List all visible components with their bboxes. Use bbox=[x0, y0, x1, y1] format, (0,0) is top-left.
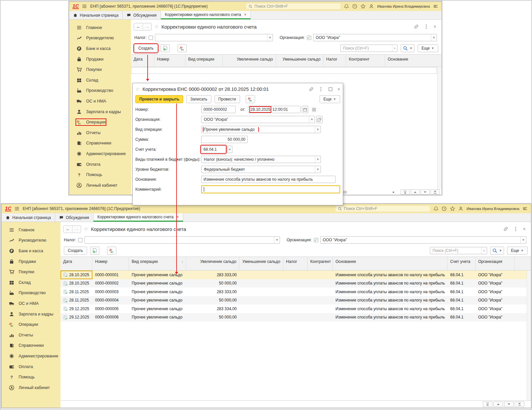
column-header-tax[interactable]: Налог bbox=[324, 55, 346, 67]
cell-decrease[interactable] bbox=[239, 313, 283, 322]
search-settings-button[interactable]: ▼ bbox=[401, 44, 415, 52]
cell-contractor[interactable] bbox=[308, 296, 333, 305]
cell-increase[interactable]: 50 000,00 bbox=[186, 279, 239, 288]
cell-date[interactable]: 29.12.2025 bbox=[61, 305, 92, 313]
sidebar-item-manager[interactable]: Руководителю bbox=[2, 235, 61, 246]
table-row[interactable]: 28.11.2025 0000-000004 Прочее увеличение… bbox=[61, 296, 531, 305]
table-row[interactable]: 29.12.2025 0000-000005 Прочее увеличение… bbox=[61, 305, 531, 313]
sidebar-item-reports[interactable]: Отчеты bbox=[69, 127, 131, 138]
cell-contractor[interactable] bbox=[308, 271, 333, 279]
favorite-star-icon[interactable]: ☆ bbox=[84, 226, 88, 232]
user-icon[interactable] bbox=[369, 4, 374, 9]
go-down-button[interactable] bbox=[421, 189, 430, 195]
favorite-star-icon[interactable]: ☆ bbox=[135, 86, 140, 92]
table-row[interactable]: 29.12.2025 0000-000006 Прочее увеличение… bbox=[61, 313, 531, 322]
notifications-icon[interactable] bbox=[433, 206, 439, 211]
sidebar-item-reports[interactable]: Отчеты bbox=[2, 330, 61, 340]
cell-decrease[interactable] bbox=[239, 279, 283, 288]
basis-field[interactable]: Изменение способа уплаты авансов по нало… bbox=[201, 176, 335, 183]
cell-optype[interactable]: Прочее увеличение сальдо bbox=[129, 305, 186, 313]
table-row[interactable]: 28.10.2025 0000-000001 Прочее увеличение… bbox=[61, 271, 531, 279]
vertical-scrollbar[interactable] bbox=[437, 67, 442, 189]
forward-button[interactable]: → bbox=[143, 23, 151, 30]
more-button[interactable]: Еще▼ bbox=[320, 95, 340, 103]
dtkt-button[interactable] bbox=[246, 95, 255, 103]
time-value[interactable]: 12:00:01 bbox=[272, 107, 288, 112]
kebab-menu-icon[interactable] bbox=[424, 24, 429, 29]
search-settings-button[interactable]: ▼ bbox=[490, 247, 504, 255]
forward-button[interactable]: → bbox=[72, 226, 81, 233]
column-header-date[interactable]: Дата bbox=[131, 55, 154, 67]
user-name[interactable]: Иванова Ирина Владимировна bbox=[377, 4, 430, 8]
cell-account[interactable]: 68.04.1 bbox=[448, 313, 475, 322]
sidebar-item-help[interactable]: Помощь bbox=[69, 169, 131, 180]
sidebar-item-help[interactable]: Помощь bbox=[2, 372, 61, 382]
go-top-button[interactable] bbox=[483, 401, 492, 407]
datetime-field[interactable]: 28.10.2025 12:00:01 bbox=[248, 106, 301, 113]
sidebar-item-production[interactable]: Производство bbox=[2, 288, 61, 299]
sidebar-item-manager[interactable]: Руководителю bbox=[69, 33, 131, 44]
cell-account[interactable]: 68.04.1 bbox=[448, 305, 475, 313]
sidebar-item-production[interactable]: Производство bbox=[69, 86, 131, 96]
cell-increase[interactable]: 283 334,00 bbox=[186, 305, 239, 313]
cell-date[interactable]: 28.11.2025 bbox=[61, 296, 92, 305]
sidebar-item-home[interactable]: Главное bbox=[69, 22, 131, 33]
close-icon[interactable]: × bbox=[523, 226, 526, 232]
tax-filter-checkbox[interactable] bbox=[149, 36, 153, 40]
sidebar-item-warehouse[interactable]: Склад bbox=[2, 277, 61, 288]
cell-contractor[interactable] bbox=[308, 288, 333, 296]
cell-increase[interactable]: 50 000,00 bbox=[186, 296, 239, 305]
sidebar-item-os-nma[interactable]: ОС и НМА bbox=[69, 96, 131, 106]
cell-optype[interactable]: Прочее увеличение сальдо bbox=[129, 313, 186, 322]
operation-type-field[interactable]: Прочее увеличение сальдо ▼ bbox=[201, 126, 321, 133]
cell-decrease[interactable] bbox=[239, 296, 283, 305]
back-button[interactable]: ← bbox=[64, 226, 72, 233]
cell-tax[interactable] bbox=[283, 313, 308, 322]
more-button[interactable]: Еще▼ bbox=[507, 247, 528, 255]
favorites-icon[interactable] bbox=[450, 206, 455, 211]
cell-organization[interactable]: ООО "Искра" bbox=[475, 305, 515, 313]
sidebar-item-os-nma[interactable]: ОС и НМА bbox=[2, 298, 61, 309]
cell-basis[interactable]: Изменение способа уплаты авансов по нало… bbox=[333, 279, 448, 288]
column-header-date[interactable]: Дата bbox=[61, 257, 92, 270]
cell-date[interactable]: 28.11.2025 bbox=[61, 288, 92, 296]
cell-increase[interactable]: 283 333,00 bbox=[186, 271, 239, 279]
cell-basis[interactable]: Изменение способа уплаты авансов по нало… bbox=[333, 305, 448, 313]
cell-number[interactable]: 0000-000004 bbox=[92, 296, 129, 305]
go-top-button[interactable] bbox=[401, 189, 410, 195]
global-search-input[interactable]: Поиск Ctrl+Shift+F bbox=[246, 3, 341, 10]
cell-organization[interactable]: ООО "Искра" bbox=[475, 313, 515, 322]
column-header-number[interactable]: Номер bbox=[154, 55, 186, 67]
cell-basis[interactable]: Изменение способа уплаты авансов по нало… bbox=[333, 296, 448, 305]
cell-account[interactable]: 68.04.1 bbox=[448, 288, 475, 296]
cell-increase[interactable]: 50 000,00 bbox=[186, 313, 239, 322]
cell-contractor[interactable] bbox=[308, 313, 333, 322]
sidebar-item-sales[interactable]: Продажи bbox=[2, 256, 61, 267]
copy-button[interactable] bbox=[161, 44, 170, 52]
column-header-basis[interactable]: Основание bbox=[385, 55, 442, 67]
cell-number[interactable]: 0000-000003 bbox=[92, 288, 129, 296]
link-icon[interactable] bbox=[309, 87, 314, 92]
tab-corrections[interactable]: Корректировки единого налогового счета × bbox=[161, 11, 251, 19]
cell-decrease[interactable] bbox=[239, 305, 283, 313]
go-up-button[interactable] bbox=[411, 189, 420, 195]
cell-tax[interactable] bbox=[283, 296, 308, 305]
column-header-contractor[interactable]: Контрагент bbox=[346, 55, 385, 67]
create-button[interactable]: Создать bbox=[134, 44, 158, 52]
save-button[interactable]: Записать bbox=[186, 95, 211, 103]
sidebar-item-purchases[interactable]: Покупки bbox=[2, 267, 61, 277]
cell-decrease[interactable] bbox=[239, 288, 283, 296]
main-menu-icon[interactable] bbox=[82, 4, 87, 9]
cell-tax[interactable] bbox=[283, 305, 308, 313]
list-choice-icon[interactable] bbox=[311, 106, 317, 113]
table-row[interactable]: 28.10.2025 0000-000002 Прочее увеличение… bbox=[61, 279, 531, 288]
date-value[interactable]: 28.10.2025 bbox=[250, 107, 270, 112]
cell-account[interactable]: 68.04.1 bbox=[448, 279, 475, 288]
open-icon[interactable] bbox=[316, 116, 323, 123]
budget-levels-field[interactable]: Федеральный бюджет▼ bbox=[201, 166, 321, 173]
tax-filter-select[interactable]: ▼ bbox=[155, 34, 273, 41]
tab-home[interactable]: Начальная страница bbox=[69, 11, 123, 19]
column-header-contractor[interactable]: Контрагент bbox=[308, 257, 333, 270]
column-header-optype[interactable]: Вид операции bbox=[186, 55, 223, 67]
back-button[interactable]: ← bbox=[134, 23, 143, 30]
